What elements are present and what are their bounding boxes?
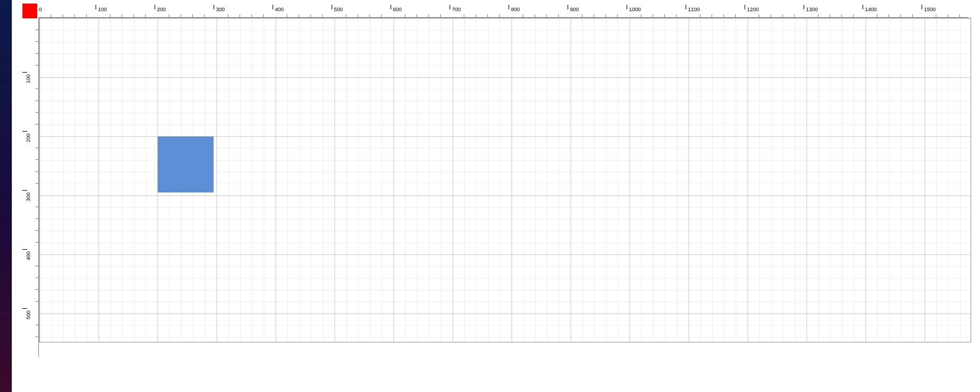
h-ruler-label: 700 [452,7,461,12]
h-ruler-tick [464,14,464,17]
h-ruler-tick [405,14,405,17]
h-ruler-tick [381,14,382,17]
h-ruler-tick [948,14,948,17]
h-ruler-tick [476,14,476,17]
h-ruler-tick [546,14,547,17]
h-ruler-tick [523,14,523,17]
h-ruler-tick [299,14,299,17]
h-ruler-tick [74,14,75,17]
v-ruler-tick [35,65,38,66]
v-ruler-tick [35,112,38,113]
h-ruler-tick [428,14,429,17]
h-ruler-tick [912,14,913,17]
h-ruler-tick [759,14,759,17]
v-ruler-tick [35,218,38,219]
v-ruler-label: 300 [26,192,31,201]
h-ruler-tick [700,14,700,17]
h-ruler-tick [676,14,677,17]
h-ruler-tick [51,14,51,17]
left-side-strip [0,0,12,392]
h-ruler-tick [192,14,193,17]
drawing-canvas[interactable] [39,18,971,342]
h-ruler-tick [310,14,311,17]
h-ruler-tick [499,14,500,17]
h-ruler-label: 1300 [806,7,818,12]
h-ruler-tick [369,14,370,17]
h-ruler-tick [535,14,535,17]
h-ruler-tick [735,14,736,17]
h-ruler-tick [959,14,960,17]
h-ruler-tick [322,14,323,17]
h-ruler-tick [133,14,134,17]
vertical-ruler[interactable]: 0100200300400500 [25,18,39,357]
h-ruler-tick [287,14,287,17]
shape-rect1[interactable] [158,136,214,192]
h-ruler-tick [605,14,606,17]
h-ruler-label: 500 [334,7,343,12]
v-ruler-tick [35,183,38,184]
h-ruler-tick [204,14,205,17]
v-ruler-tick [35,266,38,266]
ruler-origin-square[interactable] [22,4,37,18]
v-ruler-tick [35,41,38,42]
h-ruler-tick [358,14,358,17]
h-ruler-tick [723,14,724,17]
h-ruler-tick [841,14,842,17]
h-ruler-tick [936,14,936,17]
horizontal-ruler[interactable]: 0100200300400500600700800900100011001200… [39,5,968,18]
h-ruler-label: 1400 [865,7,877,12]
v-ruler-tick [35,337,38,337]
v-ruler-tick [35,242,38,243]
v-ruler-tick [35,301,38,302]
v-ruler-tick [35,148,38,148]
h-ruler-label: 300 [216,7,225,12]
v-ruler-tick [35,30,38,30]
h-ruler-label: 1000 [629,7,641,12]
h-ruler-tick [240,14,240,17]
h-ruler-tick [853,14,854,17]
h-ruler-tick [771,14,771,17]
h-ruler-label: 600 [393,7,402,12]
v-ruler-tick [35,207,38,207]
v-ruler-label: 400 [26,251,31,260]
v-ruler-tick [35,53,38,54]
h-ruler-label: 1100 [688,7,700,12]
workspace: 0100200300400500600700800900100011001200… [12,0,980,392]
h-ruler-tick [263,14,264,17]
h-ruler-tick [251,14,252,17]
h-ruler-tick [653,14,653,17]
v-ruler-tick [35,100,38,101]
v-ruler-label: 200 [26,133,31,142]
h-ruler-tick [582,14,582,17]
h-ruler-label: 0 [39,7,42,12]
h-ruler-label: 1200 [747,7,759,12]
h-ruler-tick [594,14,594,17]
h-ruler-tick [877,14,877,17]
h-ruler-tick [664,14,665,17]
h-ruler-tick [86,14,87,17]
h-ruler-tick [110,14,110,17]
h-ruler-label: 100 [98,7,107,12]
v-ruler-tick [35,325,38,325]
h-ruler-tick [889,14,889,17]
h-ruler-tick [794,14,795,17]
h-ruler-label: 800 [511,7,520,12]
h-ruler-tick [782,14,783,17]
h-ruler-label: 900 [570,7,579,12]
v-ruler-tick [35,277,38,278]
v-ruler-tick [35,171,38,172]
v-ruler-tick [35,124,38,125]
h-ruler-tick [346,14,346,17]
h-ruler-tick [145,14,146,17]
h-ruler-tick [228,14,228,17]
h-ruler-label: 1500 [924,7,936,12]
h-ruler-tick [617,14,618,17]
h-ruler-tick [417,14,417,17]
h-ruler-tick [900,14,901,17]
h-ruler-tick [440,14,441,17]
v-ruler-tick [35,289,38,290]
h-ruler-tick [830,14,830,17]
h-ruler-tick [169,14,169,17]
h-ruler-tick [818,14,818,17]
h-ruler-label: 400 [275,7,284,12]
